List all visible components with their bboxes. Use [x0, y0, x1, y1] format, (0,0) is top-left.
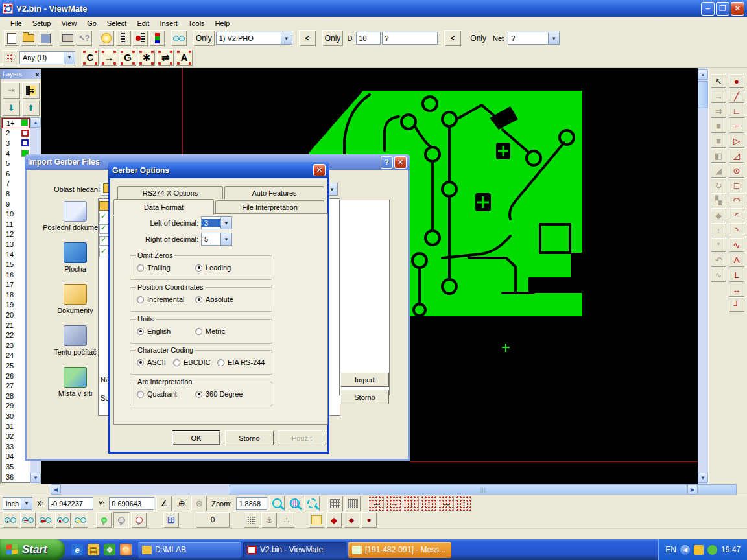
probe-button[interactable]: ⊛ — [191, 496, 207, 511]
view-dotline-button[interactable] — [55, 512, 71, 528]
text-tool[interactable]: A — [729, 253, 744, 267]
highlight-on-button[interactable] — [96, 512, 112, 528]
dimension-tool[interactable]: ↔ — [729, 283, 744, 297]
zoom-window-button[interactable] — [304, 496, 320, 511]
close-button[interactable]: ✕ — [313, 164, 326, 176]
chevron-down-icon[interactable]: ▼ — [21, 498, 32, 509]
layer-row[interactable]: 36 — [2, 472, 30, 482]
restore-button[interactable]: ❐ — [716, 2, 729, 16]
pad-step-left-button[interactable]: ← — [368, 496, 384, 511]
new-file-button[interactable] — [4, 30, 19, 46]
fill-square2-tool[interactable]: ■ — [711, 134, 726, 148]
cancel-button[interactable]: Storno — [225, 430, 274, 445]
lasso-tool[interactable]: ∿ — [711, 268, 726, 282]
menu-item[interactable]: Select — [102, 18, 132, 29]
cancel-button[interactable]: Storno — [340, 390, 389, 404]
show-desktop-icon[interactable]: ▤ — [88, 544, 99, 555]
gerber-file-icon[interactable] — [99, 213, 109, 222]
pad-step-up-button[interactable]: ↑ — [421, 496, 436, 511]
radio-quadrant[interactable]: Quadrant — [137, 390, 177, 398]
menu-item[interactable]: View — [56, 18, 82, 29]
dcode-query-input[interactable] — [382, 32, 438, 45]
pad-step-down-button[interactable]: ↓ — [403, 496, 419, 511]
minimize-button[interactable]: – — [701, 2, 715, 16]
triangle-tool[interactable]: ◿ — [729, 148, 744, 163]
tools-film-button[interactable] — [115, 30, 131, 46]
canvas-hscrollbar[interactable]: ◀ ||| ▶ — [0, 484, 698, 495]
radio-absolute[interactable]: Absolute — [195, 296, 233, 303]
gerber-file-icon[interactable] — [99, 236, 109, 246]
gerber-file-icon[interactable] — [99, 248, 109, 257]
zoom-value-field[interactable] — [236, 497, 267, 510]
radio-ebcdic[interactable]: EBCDIC — [173, 358, 211, 366]
menu-item[interactable]: Edit — [132, 18, 154, 29]
step-points-button[interactable]: ∴ — [279, 512, 294, 528]
tab-rs274x-options[interactable]: RS274-X Options — [117, 186, 223, 199]
pad-step-right-button[interactable]: → — [386, 496, 401, 511]
print-button[interactable] — [60, 30, 75, 46]
close-button[interactable]: ✕ — [394, 156, 407, 169]
line-tool[interactable]: ╱ — [729, 89, 744, 103]
net-combo[interactable]: ?▼ — [508, 32, 560, 45]
canvas-vscrollbar[interactable]: ▲ ▼ — [698, 68, 708, 484]
radio-eia-rs244[interactable]: EIA RS-244 — [217, 358, 265, 366]
context-help-button[interactable]: ↖? — [77, 30, 92, 46]
scroll-left-icon[interactable]: ◀ — [51, 484, 61, 495]
move-selection-tool[interactable]: ◆ — [711, 208, 726, 222]
settings-gear-tool[interactable]: * — [711, 238, 726, 252]
spline-tool[interactable]: ∿ — [729, 238, 744, 252]
layer-down-button[interactable]: ⬇ — [3, 100, 20, 116]
pad-flash-mode-button[interactable] — [309, 512, 324, 528]
layer-stack-button[interactable]: ⇆ — [22, 82, 40, 99]
color-film-button[interactable] — [149, 30, 165, 46]
ok-button[interactable]: OK — [172, 430, 220, 445]
filter-combo[interactable]: Any (U)▼ — [19, 51, 75, 64]
import-button[interactable]: Import — [340, 372, 389, 387]
task-button[interactable]: D:\MLAB — [138, 542, 241, 558]
pad-span-v-button[interactable]: ↕ — [456, 496, 471, 511]
origin-target-button[interactable]: ⊕ — [174, 496, 189, 511]
arc-cw-tool[interactable]: ◝ — [729, 223, 744, 237]
copy-item-tool[interactable]: ⇉ — [711, 104, 726, 118]
y-coordinate-field[interactable] — [109, 497, 154, 510]
right-decimal-combo[interactable]: 5▼ — [201, 233, 232, 246]
firefox-icon[interactable]: ◠ — [120, 544, 132, 555]
flash-pad-tool[interactable]: ● — [729, 74, 744, 88]
task-button[interactable]: V2.bin - ViewMate — [243, 542, 346, 558]
pad-diamond-s-button[interactable]: ◆ — [344, 512, 359, 528]
only-dcode-button[interactable]: Only — [322, 30, 344, 46]
view-pads-button[interactable] — [38, 512, 53, 528]
measure-angle-button[interactable]: ∠ — [156, 496, 172, 511]
dcode-input[interactable] — [356, 32, 381, 45]
circle-film-button[interactable] — [132, 30, 148, 46]
gerber-file-icon[interactable] — [99, 224, 109, 234]
goto-arrow-button[interactable]: → — [101, 49, 117, 66]
corner-tool[interactable]: ┘ — [729, 298, 744, 312]
undo-arc-tool[interactable]: ↶ — [711, 253, 726, 267]
chevron-down-icon[interactable]: ▼ — [281, 32, 292, 44]
mirror-horizontal-tool[interactable]: ◢ — [711, 163, 726, 178]
arc-ccw-tool[interactable]: ◜ — [729, 208, 744, 222]
anchor-button[interactable]: ⚓ — [261, 512, 277, 528]
aperture-c-button[interactable]: C — [82, 49, 99, 66]
menu-item[interactable]: File — [5, 18, 27, 29]
hscroll-thumb[interactable]: ||| — [230, 484, 737, 495]
scroll-up-icon[interactable]: ▲ — [30, 117, 41, 128]
view-glasses-button[interactable] — [171, 30, 187, 46]
menu-item[interactable]: Go — [82, 18, 102, 29]
layer-row[interactable]: 35 — [2, 461, 30, 472]
fan-arc-tool[interactable]: ▷ — [729, 134, 744, 148]
curve-tool[interactable]: ◠ — [729, 193, 744, 207]
mirror-vertical-tool[interactable]: ◧ — [711, 148, 726, 163]
scroll-down-icon[interactable]: ▼ — [698, 472, 708, 483]
snap-grid-button[interactable] — [244, 512, 259, 528]
menu-item[interactable]: Help — [210, 18, 235, 29]
pad-span-h-button[interactable]: ↔ — [438, 496, 454, 511]
prev-dcode-button[interactable]: < — [444, 30, 461, 46]
unit-combo[interactable]: inch▼ — [3, 497, 32, 510]
layer-shift-button[interactable]: ⇥ — [3, 82, 20, 99]
close-button[interactable]: ✕ — [731, 2, 744, 16]
preview-list[interactable] — [339, 200, 390, 395]
swap-arrows-button[interactable]: ⇌ — [157, 49, 174, 66]
layer-up-button[interactable]: ⬆ — [22, 100, 40, 116]
